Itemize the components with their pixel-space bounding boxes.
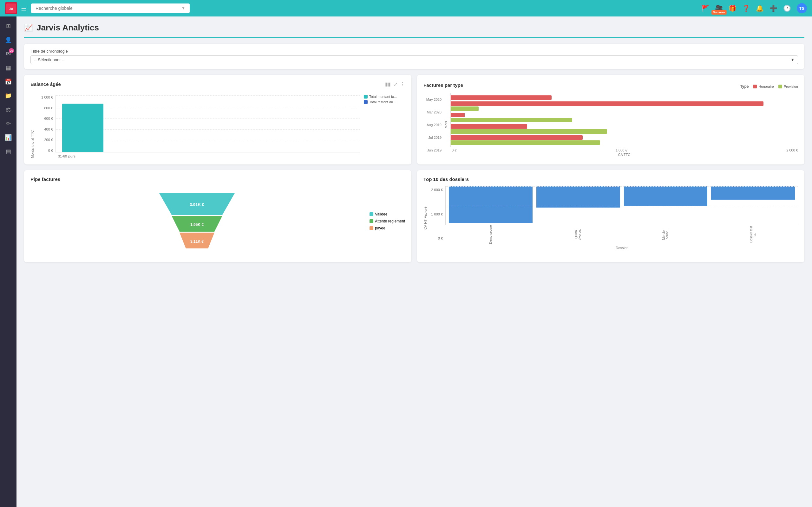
balance-agee-chart: 1 000 € 800 € 600 € 400 € 200 € 0 €	[38, 92, 360, 158]
balance-agee-actions: ▮▮ ⤢ ⋮	[385, 81, 405, 87]
sidebar-item-analytics[interactable]: 📊	[2, 131, 14, 144]
chronology-filter-select[interactable]: -- Sélectionner -- ▼	[31, 55, 798, 64]
legend-item-total-restant: Total restant dû ...	[364, 100, 405, 104]
balance-agee-y-axis: 1 000 € 800 € 600 € 400 € 200 € 0 €	[38, 95, 55, 153]
balance-agee-title: Balance âgée	[31, 81, 61, 87]
legend-label-total-restant: Total restant dû ...	[369, 100, 397, 104]
provision-label: Provision	[784, 84, 798, 89]
search-input[interactable]	[36, 6, 179, 11]
top10-bars-container: Demo secure Quinn divorce. Mercier confi…	[445, 186, 798, 250]
top10-label-demo: Demo secure	[449, 225, 532, 245]
plus-icon[interactable]: ➕	[769, 4, 777, 12]
balance-agee-card: Balance âgée ▮▮ ⤢ ⋮ Montant total TTC 1 …	[24, 75, 411, 164]
filter-label: Filtre de chronologie	[31, 49, 798, 54]
video-icon[interactable]: 🎥 Nouveau	[715, 4, 723, 12]
sidebar-item-grid[interactable]: ▦	[2, 61, 14, 74]
contacts-icon: 👤	[5, 37, 12, 43]
sidebar-item-reports[interactable]: ▤	[2, 145, 14, 158]
pipe-factures-header: Pipe factures	[31, 176, 405, 182]
balance-agee-legend: Total montant fa... Total restant dû ...	[364, 95, 405, 158]
more-options-icon[interactable]: ⋮	[400, 81, 405, 87]
provision-color	[778, 84, 782, 89]
sidebar-item-contacts[interactable]: 👤	[2, 34, 14, 46]
analytics-icon: 📊	[5, 134, 12, 141]
expand-icon[interactable]: ⤢	[393, 81, 397, 87]
provision-bar-jul2019	[451, 129, 607, 134]
y-tick-1: 0 €	[38, 149, 53, 153]
search-bar[interactable]: ▼	[31, 3, 190, 13]
pipe-factures-content: 3.91K € 1.95K € 3.11K € Validee	[31, 186, 405, 256]
notifications-flag-icon[interactable]: 🚩	[701, 4, 709, 12]
y-tick-5: 800 €	[38, 106, 53, 110]
y-tick-6: 1 000 €	[38, 95, 53, 99]
month-may2020: May 2020	[423, 98, 442, 101]
validee-color	[369, 212, 373, 216]
app-logo: JA	[5, 2, 17, 14]
validee-label: Validee	[375, 212, 387, 216]
balance-agee-bars	[55, 95, 360, 153]
grid-icon: ▦	[6, 64, 11, 71]
filter-bar: Filtre de chronologie -- Sélectionner --…	[24, 44, 804, 69]
factures-x-axis: 0 € 1 000 € 2 000 €	[450, 147, 798, 152]
sidebar-item-edit[interactable]: ✏	[2, 117, 14, 130]
top10-y-1000: 1 000 €	[428, 212, 443, 216]
factures-row-may2020	[451, 95, 798, 100]
sidebar-item-calendar[interactable]: 📅	[2, 75, 14, 88]
justice-icon: ⚖	[6, 106, 11, 113]
month-jun2019: Jun 2019	[423, 148, 442, 152]
clock-icon[interactable]: 🕐	[783, 4, 791, 12]
top10-label-quinn: Quinn divorce.	[536, 225, 620, 245]
honoraire-bar-may2020	[451, 95, 552, 100]
y-tick-3: 400 €	[38, 127, 53, 131]
funnel-svg: 3.91K € 1.95K € 3.11K €	[153, 186, 241, 256]
new-badge: Nouveau	[711, 10, 726, 14]
sidebar-item-dossiers[interactable]: 📁	[2, 89, 14, 102]
legend-item-total-montant: Total montant fa...	[364, 95, 405, 99]
top10-label-text-mercier: Mercier confid.	[662, 225, 669, 244]
honoraire-label: Honoraire	[758, 84, 774, 89]
honoraire-legend-item: Honoraire	[753, 84, 774, 89]
filter-select-arrow-icon: ▼	[791, 57, 795, 62]
factures-row-jul2019	[451, 124, 798, 134]
factures-par-type-card: Factures par type Type Honoraire Provisi…	[417, 75, 804, 164]
sidebar-item-justice[interactable]: ⚖	[2, 103, 14, 116]
svg-text:3.91K €: 3.91K €	[190, 202, 204, 207]
navbar-icons: 🚩 🎥 Nouveau 🎁 ❓ 🔔 ➕ 🕐 TS	[701, 3, 807, 13]
page-header-icon: 📈	[24, 24, 33, 32]
dashboard-icon: ⊞	[6, 22, 11, 30]
balance-agee-y-label: Montant total TTC	[31, 130, 34, 158]
page-title: Jarvis Analytics	[37, 23, 99, 33]
type-legend-title: Type	[740, 84, 749, 89]
legend-label-total-montant: Total montant fa...	[369, 95, 397, 99]
main-content: 📈 Jarvis Analytics Filtre de chronologie…	[16, 16, 812, 507]
user-avatar[interactable]: TS	[797, 3, 807, 13]
page-header: 📈 Jarvis Analytics	[24, 23, 804, 38]
provision-legend-item: Provision	[778, 84, 798, 89]
payee-label: payee	[375, 226, 386, 230]
honoraire-bar-jun2019	[451, 135, 583, 140]
menu-icon[interactable]: ☰	[21, 4, 27, 12]
pipe-factures-card: Pipe factures 3.91K € 1.95K € 3.11K €	[24, 170, 411, 262]
legend-attente-reglement: Attente reglement	[369, 219, 405, 223]
honoraire-bar-aug2019	[451, 113, 465, 117]
x-tick-31-60: 31-60 jours	[58, 154, 75, 158]
dossiers-icon: 📁	[5, 92, 12, 99]
factures-months-axis: May 2020 Mar 2020 Aug 2019 Jul 2019 Jun …	[423, 93, 444, 157]
help-icon[interactable]: ❓	[742, 4, 750, 12]
balance-agee-header: Balance âgée ▮▮ ⤢ ⋮	[31, 81, 405, 87]
bar-chart-icon[interactable]: ▮▮	[385, 81, 391, 87]
legend-validee: Validee	[369, 212, 405, 216]
svg-text:3.11K €: 3.11K €	[190, 239, 204, 244]
sidebar-item-dashboard[interactable]: ⊞	[2, 20, 14, 32]
attente-reglement-color	[369, 219, 373, 223]
x-tick-2000: 2 000 €	[786, 148, 798, 152]
bell-icon[interactable]: 🔔	[756, 4, 764, 12]
top10-label-text-dossier: Dossier test ta.	[750, 225, 757, 244]
factures-bars-main: 0 € 1 000 € 2 000 € CA TTC	[450, 93, 798, 157]
top10-bars	[445, 186, 798, 225]
top10-label-dossier: Dossier test ta.	[711, 225, 795, 245]
gift-icon[interactable]: 🎁	[728, 4, 737, 12]
factures-row-mar2020	[451, 101, 798, 111]
factures-par-type-chart: May 2020 Mar 2020 Aug 2019 Jul 2019 Jun …	[423, 93, 798, 157]
sidebar-item-messages[interactable]: ✉ 29	[2, 48, 14, 60]
